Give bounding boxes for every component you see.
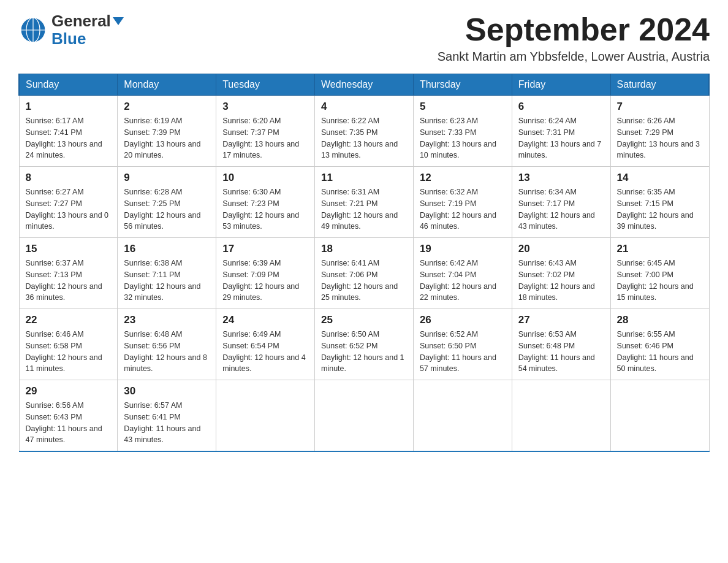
day-info: Sunrise: 6:19 AMSunset: 7:39 PMDaylight:… <box>124 115 210 161</box>
table-row: 25Sunrise: 6:50 AMSunset: 6:52 PMDayligh… <box>315 309 414 380</box>
day-number: 20 <box>518 243 604 255</box>
table-row <box>512 380 610 452</box>
table-row: 30Sunrise: 6:57 AMSunset: 6:41 PMDayligh… <box>118 380 216 452</box>
table-row <box>315 380 414 452</box>
day-number: 21 <box>617 243 703 255</box>
weekday-header-thursday: Thursday <box>413 74 512 96</box>
day-number: 17 <box>222 243 308 255</box>
week-row-4: 22Sunrise: 6:46 AMSunset: 6:58 PMDayligh… <box>19 309 709 380</box>
table-row: 4Sunrise: 6:22 AMSunset: 7:35 PMDaylight… <box>315 96 414 167</box>
day-info: Sunrise: 6:46 AMSunset: 6:58 PMDaylight:… <box>26 329 112 375</box>
day-info: Sunrise: 6:28 AMSunset: 7:25 PMDaylight:… <box>124 186 210 232</box>
weekday-header-row: SundayMondayTuesdayWednesdayThursdayFrid… <box>19 74 709 96</box>
table-row: 23Sunrise: 6:48 AMSunset: 6:56 PMDayligh… <box>118 309 216 380</box>
day-number: 9 <box>124 172 210 184</box>
weekday-header-friday: Friday <box>512 74 610 96</box>
day-number: 19 <box>420 243 506 255</box>
day-info: Sunrise: 6:49 AMSunset: 6:54 PMDaylight:… <box>222 329 308 375</box>
day-info: Sunrise: 6:45 AMSunset: 7:00 PMDaylight:… <box>617 258 703 304</box>
day-number: 6 <box>518 101 604 113</box>
table-row: 1Sunrise: 6:17 AMSunset: 7:41 PMDaylight… <box>19 96 118 167</box>
day-number: 28 <box>617 314 703 326</box>
day-info: Sunrise: 6:48 AMSunset: 6:56 PMDaylight:… <box>124 329 210 375</box>
calendar: SundayMondayTuesdayWednesdayThursdayFrid… <box>18 74 710 452</box>
weekday-header-monday: Monday <box>118 74 216 96</box>
table-row: 8Sunrise: 6:27 AMSunset: 7:27 PMDaylight… <box>19 167 118 238</box>
day-info: Sunrise: 6:30 AMSunset: 7:23 PMDaylight:… <box>222 186 308 232</box>
table-row: 17Sunrise: 6:39 AMSunset: 7:09 PMDayligh… <box>216 238 315 309</box>
table-row: 28Sunrise: 6:55 AMSunset: 6:46 PMDayligh… <box>610 309 709 380</box>
table-row: 10Sunrise: 6:30 AMSunset: 7:23 PMDayligh… <box>216 167 315 238</box>
day-number: 15 <box>26 243 112 255</box>
week-row-1: 1Sunrise: 6:17 AMSunset: 7:41 PMDaylight… <box>19 96 709 167</box>
day-info: Sunrise: 6:32 AMSunset: 7:19 PMDaylight:… <box>420 186 506 232</box>
weekday-header-tuesday: Tuesday <box>216 74 315 96</box>
day-number: 3 <box>222 101 308 113</box>
table-row: 18Sunrise: 6:41 AMSunset: 7:06 PMDayligh… <box>315 238 414 309</box>
weekday-header-sunday: Sunday <box>19 74 118 96</box>
day-info: Sunrise: 6:24 AMSunset: 7:31 PMDaylight:… <box>518 115 604 161</box>
weekday-header-wednesday: Wednesday <box>315 74 414 96</box>
day-info: Sunrise: 6:20 AMSunset: 7:37 PMDaylight:… <box>222 115 308 161</box>
day-number: 12 <box>420 172 506 184</box>
title-area: September 2024 Sankt Martin am Ybbsfelde… <box>438 12 710 64</box>
day-number: 13 <box>518 172 604 184</box>
day-info: Sunrise: 6:23 AMSunset: 7:33 PMDaylight:… <box>420 115 506 161</box>
table-row <box>610 380 709 452</box>
day-number: 25 <box>321 314 407 326</box>
table-row: 29Sunrise: 6:56 AMSunset: 6:43 PMDayligh… <box>19 380 118 452</box>
day-number: 10 <box>222 172 308 184</box>
table-row: 14Sunrise: 6:35 AMSunset: 7:15 PMDayligh… <box>610 167 709 238</box>
table-row: 5Sunrise: 6:23 AMSunset: 7:33 PMDaylight… <box>413 96 512 167</box>
day-number: 16 <box>124 243 210 255</box>
day-info: Sunrise: 6:22 AMSunset: 7:35 PMDaylight:… <box>321 115 407 161</box>
table-row: 9Sunrise: 6:28 AMSunset: 7:25 PMDaylight… <box>118 167 216 238</box>
day-info: Sunrise: 6:57 AMSunset: 6:41 PMDaylight:… <box>124 400 210 446</box>
table-row: 13Sunrise: 6:34 AMSunset: 7:17 PMDayligh… <box>512 167 610 238</box>
logo-icon <box>18 15 48 45</box>
week-row-2: 8Sunrise: 6:27 AMSunset: 7:27 PMDaylight… <box>19 167 709 238</box>
day-info: Sunrise: 6:26 AMSunset: 7:29 PMDaylight:… <box>617 115 703 161</box>
day-info: Sunrise: 6:42 AMSunset: 7:04 PMDaylight:… <box>420 258 506 304</box>
logo-blue-text: Blue <box>51 30 124 48</box>
day-info: Sunrise: 6:31 AMSunset: 7:21 PMDaylight:… <box>321 186 407 232</box>
week-row-5: 29Sunrise: 6:56 AMSunset: 6:43 PMDayligh… <box>19 380 709 452</box>
day-number: 5 <box>420 101 506 113</box>
day-info: Sunrise: 6:53 AMSunset: 6:48 PMDaylight:… <box>518 329 604 375</box>
day-info: Sunrise: 6:39 AMSunset: 7:09 PMDaylight:… <box>222 258 308 304</box>
location: Sankt Martin am Ybbsfelde, Lower Austria… <box>438 50 710 64</box>
header: General Blue September 2024 Sankt Martin… <box>18 12 710 64</box>
day-number: 14 <box>617 172 703 184</box>
day-number: 11 <box>321 172 407 184</box>
table-row: 26Sunrise: 6:52 AMSunset: 6:50 PMDayligh… <box>413 309 512 380</box>
table-row <box>216 380 315 452</box>
table-row <box>413 380 512 452</box>
table-row: 22Sunrise: 6:46 AMSunset: 6:58 PMDayligh… <box>19 309 118 380</box>
day-info: Sunrise: 6:43 AMSunset: 7:02 PMDaylight:… <box>518 258 604 304</box>
day-number: 30 <box>124 385 210 397</box>
day-number: 2 <box>124 101 210 113</box>
logo-general-text: General <box>51 12 124 30</box>
logo: General Blue <box>18 12 124 47</box>
day-number: 23 <box>124 314 210 326</box>
day-number: 18 <box>321 243 407 255</box>
day-info: Sunrise: 6:17 AMSunset: 7:41 PMDaylight:… <box>26 115 112 161</box>
table-row: 2Sunrise: 6:19 AMSunset: 7:39 PMDaylight… <box>118 96 216 167</box>
day-info: Sunrise: 6:55 AMSunset: 6:46 PMDaylight:… <box>617 329 703 375</box>
day-info: Sunrise: 6:37 AMSunset: 7:13 PMDaylight:… <box>26 258 112 304</box>
table-row: 20Sunrise: 6:43 AMSunset: 7:02 PMDayligh… <box>512 238 610 309</box>
table-row: 12Sunrise: 6:32 AMSunset: 7:19 PMDayligh… <box>413 167 512 238</box>
day-info: Sunrise: 6:50 AMSunset: 6:52 PMDaylight:… <box>321 329 407 375</box>
table-row: 7Sunrise: 6:26 AMSunset: 7:29 PMDaylight… <box>610 96 709 167</box>
day-number: 22 <box>26 314 112 326</box>
month-year: September 2024 <box>438 12 710 47</box>
table-row: 3Sunrise: 6:20 AMSunset: 7:37 PMDaylight… <box>216 96 315 167</box>
day-info: Sunrise: 6:56 AMSunset: 6:43 PMDaylight:… <box>26 400 112 446</box>
day-number: 27 <box>518 314 604 326</box>
day-info: Sunrise: 6:38 AMSunset: 7:11 PMDaylight:… <box>124 258 210 304</box>
day-number: 24 <box>222 314 308 326</box>
day-number: 4 <box>321 101 407 113</box>
day-number: 1 <box>26 101 112 113</box>
table-row: 27Sunrise: 6:53 AMSunset: 6:48 PMDayligh… <box>512 309 610 380</box>
table-row: 6Sunrise: 6:24 AMSunset: 7:31 PMDaylight… <box>512 96 610 167</box>
